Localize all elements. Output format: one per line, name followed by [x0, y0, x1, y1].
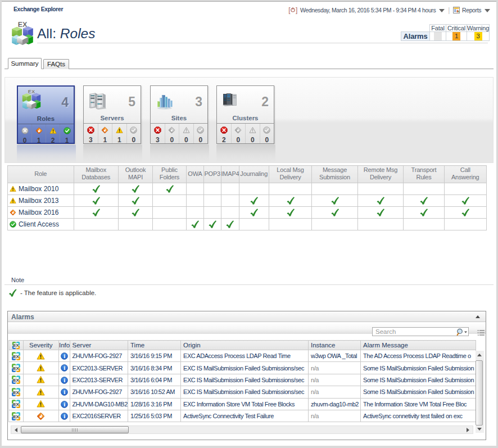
- svg-text:EX: EX: [13, 366, 19, 371]
- svg-text:EX: EX: [13, 402, 19, 407]
- svg-text:EX: EX: [13, 343, 19, 347]
- svg-text:i: i: [64, 389, 65, 396]
- svg-text:EX: EX: [13, 354, 19, 359]
- svg-text:EX: EX: [18, 21, 28, 29]
- svg-text:i: i: [64, 401, 65, 408]
- svg-text:EX: EX: [13, 378, 19, 383]
- svg-text:EX: EX: [28, 89, 35, 94]
- svg-text:i: i: [64, 413, 65, 419]
- svg-text:i: i: [64, 365, 65, 372]
- svg-text:i: i: [64, 377, 65, 383]
- svg-text:EX: EX: [13, 390, 19, 395]
- svg-text:EX: EX: [13, 414, 19, 419]
- svg-text:i: i: [64, 352, 65, 359]
